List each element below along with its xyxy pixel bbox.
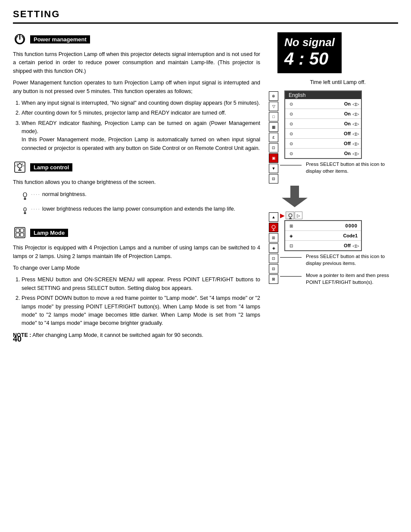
power-management-header: Power management [13, 32, 260, 46]
menu1-box: English ⊙ On ◁▷ ⊙ On ◁▷ [280, 90, 398, 178]
callout3-text: Move a pointer to item and then press PO… [306, 272, 398, 286]
brightness-normal-dots: ···· [31, 190, 40, 199]
brightness-lower-icon [22, 206, 29, 218]
menu1-row4-icon: ⊙ [287, 130, 296, 137]
menu1-icon-4: ▦ [269, 122, 278, 132]
power-management-item-3: When READY indicator flashing, Projectio… [22, 119, 260, 153]
svg-line-8 [22, 164, 23, 165]
menu1-row-5: ⊙ Off ◁▷ [285, 139, 361, 149]
power-management-list: When any input signal is interrupted, "N… [22, 99, 260, 152]
menu1-row3-icon: ⊙ [287, 120, 296, 128]
menu1-header: English [285, 91, 361, 99]
menu1-header-label: English [289, 92, 305, 98]
menu2-red-pointer: ▶ [280, 212, 285, 219]
menu1: English ⊙ On ◁▷ ⊙ On ◁▷ [284, 90, 362, 159]
svg-rect-13 [24, 199, 26, 200]
time-left-label: Time left until Lamp off. [277, 79, 398, 85]
right-column: No signal 4 : 50 Time left until Lamp of… [269, 32, 398, 339]
menu2-row2-icon: ◈ [287, 232, 296, 240]
svg-rect-30 [289, 218, 292, 219]
menu1-row4-value: Off [344, 131, 351, 136]
power-management-item-2: After counting down for 5 minutes, proje… [22, 109, 260, 117]
no-signal-container: No signal 4 : 50 [269, 32, 398, 77]
menu2-arrow-right: ▷ [295, 212, 302, 219]
no-signal-time: 4 : 50 [284, 49, 335, 68]
menu1-row4-arrow: ◁▷ [352, 131, 359, 136]
lamp-mode-body2: To change over Lamp Mode [13, 264, 260, 272]
menu2-row2-value: Code1 [343, 233, 358, 238]
svg-rect-22 [20, 233, 24, 236]
menu1-row-1: ⊙ On ◁▷ [285, 99, 361, 109]
svg-rect-17 [24, 213, 26, 214]
menu1-row2-value: On [344, 111, 351, 116]
menu1-icon-8: ▼ [269, 164, 278, 173]
power-management-icon [13, 32, 27, 46]
callout2-container: Press SELECT button at this icon to disp… [280, 253, 398, 270]
arrow-down-container [282, 186, 398, 207]
lamp-mode-icon [13, 226, 27, 240]
callout1-line [280, 165, 302, 178]
power-management-item-1: When any input signal is interrupted, "N… [22, 99, 260, 107]
menu2-icons-col: ▲ ⊞ ◈ ⊡ ⊟ ⊠ [269, 212, 278, 284]
menu2-icon-2-selected [269, 223, 278, 232]
brightness-items: ···· normal brightness. ···· lower brigh… [22, 190, 260, 218]
brightness-lower-label: lower brightness reduces the lamp power … [42, 205, 235, 213]
menu2-icon-5: ⊡ [269, 254, 278, 263]
menu1-row6-arrow: ◁▷ [352, 151, 359, 156]
menu2-row-1: ⊞ 0000 [285, 221, 361, 231]
menu1-icon-2: ▽ [269, 102, 278, 111]
menu2-row1-icon: ⊞ [287, 222, 296, 230]
lamp-control-icon [13, 160, 27, 174]
menu2-row3-value: Off [344, 243, 351, 248]
callout3-container: Move a pointer to item and then press PO… [280, 272, 398, 289]
menu1-row-2: ⊙ On ◁▷ [285, 109, 361, 119]
page-header: SETTING [13, 9, 398, 24]
menu1-row3-value: On [344, 121, 351, 126]
svg-line-6 [17, 164, 18, 165]
lamp-control-label: Lamp control [30, 163, 72, 171]
svg-marker-24 [282, 198, 308, 207]
menu1-icon-1: ⊕ [269, 91, 278, 101]
svg-point-14 [24, 208, 26, 211]
menu1-icon-6: ⊡ [269, 143, 278, 152]
svg-rect-20 [20, 229, 24, 232]
lamp-control-body1: This function allows you to change brigh… [13, 178, 260, 187]
lamp-mode-note: NOTE : After changing Lamp Mode, it cann… [13, 331, 260, 339]
callout1-text: Press SELECT button at this icon to disp… [306, 161, 398, 174]
svg-rect-27 [273, 230, 275, 230]
menu2-row-3: ⊡ Off ◁▷ [285, 241, 361, 250]
menu2-row-2: ◈ Code1 [285, 231, 361, 241]
menu2-brightness-indicator [286, 212, 294, 219]
menu1-row-6: ⊙ On ◁▷ [285, 149, 361, 158]
brightness-lower-dots: ···· [31, 205, 40, 213]
menu1-row2-arrow: ◁▷ [352, 112, 359, 116]
menu1-row-4: ⊙ Off ◁▷ [285, 129, 361, 139]
menu1-container: ⊕ ▽ □ ▦ £ ⊡ ▣ ▼ ⊟ English [269, 90, 398, 184]
menu1-row6-icon: ⊙ [287, 149, 296, 157]
lamp-mode-label: Lamp Mode [30, 229, 68, 237]
menu2-row3-icon: ⊡ [287, 242, 296, 249]
svg-rect-4 [18, 170, 22, 171]
menu2-icon-3: ⊞ [269, 233, 278, 243]
svg-rect-23 [290, 186, 299, 199]
power-management-body2: Power Management function operates to tu… [13, 79, 260, 96]
menu1-icon-9: ⊟ [269, 174, 278, 184]
svg-rect-12 [24, 198, 26, 199]
menu1-row5-value: Off [344, 141, 351, 146]
brightness-normal: ···· normal brightness. [22, 190, 260, 203]
menu1-row5-arrow: ◁▷ [352, 141, 359, 146]
lamp-control-header: Lamp control [13, 160, 260, 174]
brightness-lower: ···· lower brightness reduces the lamp p… [22, 205, 260, 218]
power-management-label: Power management [30, 35, 90, 44]
page-number: 40 [13, 335, 22, 344]
menu1-row3-arrow: ◁▷ [352, 121, 359, 126]
callout2-text: Press SELECT button at this icon to disp… [306, 253, 398, 267]
svg-rect-19 [16, 229, 19, 232]
menu2-icon-4: ◈ [269, 243, 278, 253]
menu1-row1-arrow: ◁▷ [352, 102, 359, 106]
no-signal-box: No signal 4 : 50 [277, 32, 342, 73]
callout2-line [280, 257, 302, 270]
svg-point-25 [272, 225, 275, 229]
menu2-icons: ▲ ⊞ ◈ ⊡ ⊟ ⊠ [269, 212, 278, 284]
lamp-mode-item-2: Press POINT DOWN button to move a red fr… [22, 294, 260, 328]
